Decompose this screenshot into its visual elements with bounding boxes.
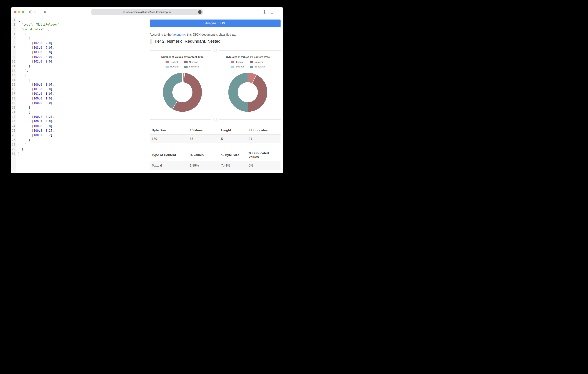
line-number: 9: [10, 55, 15, 59]
legend-label: Structural: [189, 65, 199, 68]
code-line[interactable]: [100.8, 0.8],: [18, 124, 147, 128]
table-cell: Textual: [150, 161, 188, 170]
code-line[interactable]: ]: [18, 142, 147, 147]
donut-slice: [228, 73, 248, 112]
donut-chart-svg: [162, 72, 202, 112]
line-number: 14: [10, 78, 15, 82]
line-number: 5: [10, 36, 15, 41]
table-cell: 21: [246, 135, 281, 143]
line-number: 16: [10, 87, 15, 92]
browser-window: JS sourcemeta.github.io/json-taxonomy/: [10, 7, 284, 173]
line-number: 8: [10, 50, 15, 54]
divider-drag-handle[interactable]: [213, 49, 217, 52]
column-header: # Duplicates: [246, 126, 281, 135]
line-number: 13: [10, 73, 15, 78]
code-line[interactable]: ],: [18, 69, 147, 73]
line-number: 26: [10, 133, 15, 138]
section-divider: [150, 118, 281, 121]
line-number: 10: [10, 59, 15, 64]
table-cell: Numeric: [150, 170, 188, 173]
table-cell: 0%: [246, 161, 281, 170]
code-line[interactable]: [102.0, 3.0],: [18, 55, 147, 59]
table-cell: 5: [219, 135, 246, 143]
line-number: 11: [10, 64, 15, 68]
code-line[interactable]: "type": "MultiPolygon",: [18, 22, 147, 27]
code-line[interactable]: [100.2, 0.2]: [18, 133, 147, 138]
code-line[interactable]: [103.0, 3.0],: [18, 50, 147, 54]
code-area[interactable]: { "type": "MultiPolygon", "coordinates":…: [16, 17, 147, 173]
legend-swatch: [231, 61, 234, 63]
page-content: 1234567891011121314151617181920212223242…: [10, 17, 284, 173]
line-number: 6: [10, 41, 15, 45]
code-line[interactable]: [: [18, 110, 147, 115]
extension-badge-icon[interactable]: [198, 10, 201, 14]
chevron-down-icon[interactable]: [34, 11, 36, 13]
analysis-panel: Analyze JSON According to the taxonomy, …: [147, 17, 284, 173]
code-line[interactable]: [101.0, 1.0],: [18, 92, 147, 96]
downloads-icon[interactable]: [263, 10, 266, 14]
legend-swatch: [184, 66, 188, 68]
code-line[interactable]: [100.0, 0.0],: [18, 82, 147, 87]
code-line[interactable]: [100.8, 0.2],: [18, 128, 147, 133]
donut-chart-svg: [228, 72, 268, 112]
table-cell: 56.60%: [188, 170, 219, 173]
code-line[interactable]: ]: [18, 147, 147, 151]
window-controls: [14, 11, 24, 13]
json-code-editor[interactable]: 1234567891011121314151617181920212223242…: [10, 17, 147, 173]
table-row: Textual 1.89% 7.41% 0%: [150, 161, 281, 170]
line-number: 20: [10, 105, 15, 110]
table-cell: 7.41%: [219, 161, 246, 170]
js-extension-button[interactable]: JS: [43, 10, 47, 14]
line-number: 24: [10, 124, 15, 128]
code-line[interactable]: [102.0, 2.0],: [18, 41, 147, 45]
chart-title: Byte-size of Values by Content Type: [226, 55, 270, 58]
code-line[interactable]: [100.0, 1.0],: [18, 96, 147, 101]
close-window-button[interactable]: [14, 11, 16, 13]
classification-sentence: According to the taxonomy, this JSON doc…: [150, 32, 281, 37]
analyze-json-button[interactable]: Analyze JSON: [150, 20, 281, 27]
table-cell: 189: [150, 135, 188, 143]
line-number: 18: [10, 96, 15, 101]
column-header: # Values: [188, 126, 219, 135]
section-divider: [150, 49, 281, 52]
chart-title: Number of Values by Content Type: [161, 55, 203, 58]
legend-item: Structural: [184, 65, 199, 68]
code-line[interactable]: ],: [18, 105, 147, 110]
taxonomy-link[interactable]: taxonomy: [172, 33, 185, 36]
line-number: 23: [10, 119, 15, 124]
code-line[interactable]: ]: [18, 64, 147, 68]
line-number: 7: [10, 45, 15, 50]
code-line[interactable]: [100.2, 0.8],: [18, 119, 147, 124]
legend-item: Numeric: [184, 61, 199, 64]
code-line[interactable]: [100.2, 0.2],: [18, 115, 147, 119]
code-line[interactable]: "coordinates": [: [18, 27, 147, 32]
legend-item: Textual: [231, 61, 245, 64]
code-line[interactable]: [101.0, 0.0],: [18, 87, 147, 92]
legend-label: Numeric: [254, 61, 263, 64]
code-line[interactable]: [103.0, 2.0],: [18, 45, 147, 50]
line-number-gutter: 1234567891011121314151617181920212223242…: [10, 17, 16, 173]
code-line[interactable]: [: [18, 73, 147, 78]
code-line[interactable]: [: [18, 32, 147, 36]
code-line[interactable]: [: [18, 36, 147, 41]
code-line[interactable]: }: [18, 151, 147, 156]
code-line[interactable]: [102.0, 2.0]: [18, 59, 147, 64]
line-number: 28: [10, 142, 15, 147]
divider-drag-handle[interactable]: [213, 118, 217, 121]
minimize-window-button[interactable]: [18, 11, 21, 13]
code-line[interactable]: [100.0, 0.0]: [18, 101, 147, 105]
chart-legend: TextualNumericBooleanStructural: [231, 61, 265, 68]
address-bar[interactable]: sourcemeta.github.io/json-taxonomy/: [91, 9, 203, 15]
legend-label: Structural: [254, 65, 265, 68]
sidebar-toggle-icon[interactable]: [29, 11, 33, 13]
code-line[interactable]: {: [18, 18, 147, 22]
new-tab-icon[interactable]: [278, 11, 281, 14]
line-number: 29: [10, 147, 15, 151]
code-line[interactable]: ]: [18, 138, 147, 142]
table-cell: 1.89%: [188, 161, 219, 170]
share-icon[interactable]: [270, 10, 273, 14]
column-header: % Byte Size: [219, 149, 246, 161]
zoom-window-button[interactable]: [22, 11, 24, 13]
line-number: 12: [10, 69, 15, 73]
code-line[interactable]: [: [18, 78, 147, 82]
